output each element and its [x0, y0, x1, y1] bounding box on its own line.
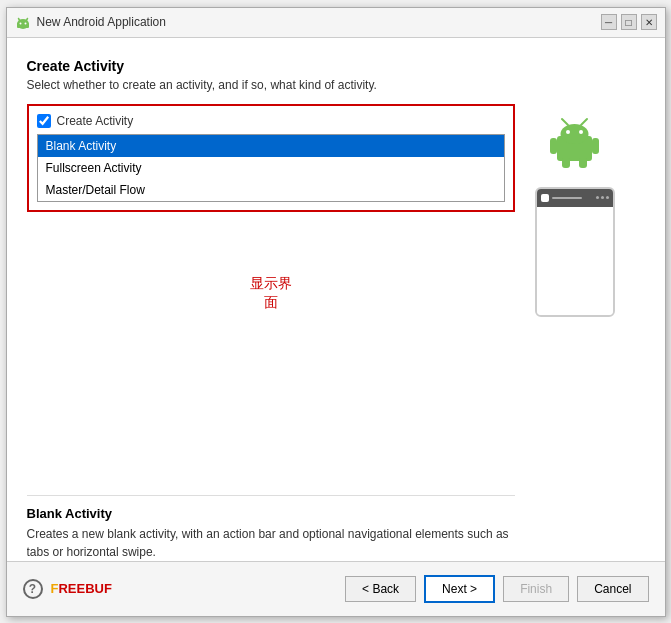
help-button[interactable]: ? [23, 579, 43, 599]
brand-text: REEBUF [58, 581, 111, 596]
phone-dot3 [606, 196, 609, 199]
svg-rect-1 [17, 23, 29, 28]
phone-menu-dots [596, 196, 609, 199]
create-activity-label: Create Activity [57, 114, 134, 128]
activity-list: Blank Activity Fullscreen Activity Maste… [37, 134, 505, 202]
page-subtitle: Select whether to create an activity, an… [27, 78, 645, 92]
svg-rect-14 [562, 158, 570, 168]
svg-rect-15 [579, 158, 587, 168]
phone-app-icon [541, 194, 549, 202]
android-logo [547, 114, 602, 169]
description-section: Blank Activity Creates a new blank activ… [27, 495, 515, 561]
back-button[interactable]: < Back [345, 576, 416, 602]
window-controls: ─ □ ✕ [601, 14, 657, 30]
list-item[interactable]: Blank Activity [38, 135, 504, 157]
phone-statusbar [537, 189, 613, 207]
svg-point-2 [19, 23, 21, 25]
svg-point-7 [561, 124, 589, 144]
create-activity-checkbox[interactable] [37, 114, 51, 128]
preview-panel [515, 104, 645, 561]
finish-button[interactable]: Finish [503, 576, 569, 602]
footer: ? FREEBUF < Back Next > Finish Cancel [7, 561, 665, 616]
titlebar-app-icon [15, 14, 31, 30]
cancel-button[interactable]: Cancel [577, 576, 648, 602]
phone-dot1 [596, 196, 599, 199]
phone-body [537, 207, 613, 315]
titlebar: New Android Application ─ □ ✕ [7, 8, 665, 38]
phone-title-line [552, 197, 582, 199]
left-panel: Create Activity Blank Activity Fullscree… [27, 104, 515, 561]
svg-point-9 [579, 130, 583, 134]
page-title: Create Activity [27, 58, 645, 74]
maximize-button[interactable]: □ [621, 14, 637, 30]
preview-area: 显示界 面 [27, 224, 515, 487]
svg-point-8 [566, 130, 570, 134]
list-item[interactable]: Master/Detail Flow [38, 179, 504, 201]
svg-line-10 [562, 119, 568, 125]
chinese-preview-label: 显示界 面 [250, 274, 292, 313]
page-header: Create Activity Select whether to create… [27, 58, 645, 92]
phone-preview [535, 187, 615, 317]
svg-rect-13 [592, 138, 599, 154]
main-window: New Android Application ─ □ ✕ Create Act… [6, 7, 666, 617]
next-button[interactable]: Next > [424, 575, 495, 603]
minimize-button[interactable]: ─ [601, 14, 617, 30]
close-button[interactable]: ✕ [641, 14, 657, 30]
description-text: Creates a new blank activity, with an ac… [27, 525, 515, 561]
activity-section: Create Activity Blank Activity Fullscree… [27, 104, 515, 212]
svg-line-11 [581, 119, 587, 125]
svg-rect-12 [550, 138, 557, 154]
description-title: Blank Activity [27, 506, 515, 521]
phone-dot2 [601, 196, 604, 199]
phone-title-lines [552, 197, 593, 199]
window-title: New Android Application [37, 15, 595, 29]
main-panel: Create Activity Select whether to create… [7, 38, 665, 561]
svg-point-3 [24, 23, 26, 25]
create-activity-row: Create Activity [37, 114, 505, 128]
content-area: Create Activity Select whether to create… [7, 38, 665, 561]
brand-label: FREEBUF [51, 581, 338, 596]
body-wrapper: Create Activity Blank Activity Fullscree… [27, 104, 645, 561]
list-item[interactable]: Fullscreen Activity [38, 157, 504, 179]
